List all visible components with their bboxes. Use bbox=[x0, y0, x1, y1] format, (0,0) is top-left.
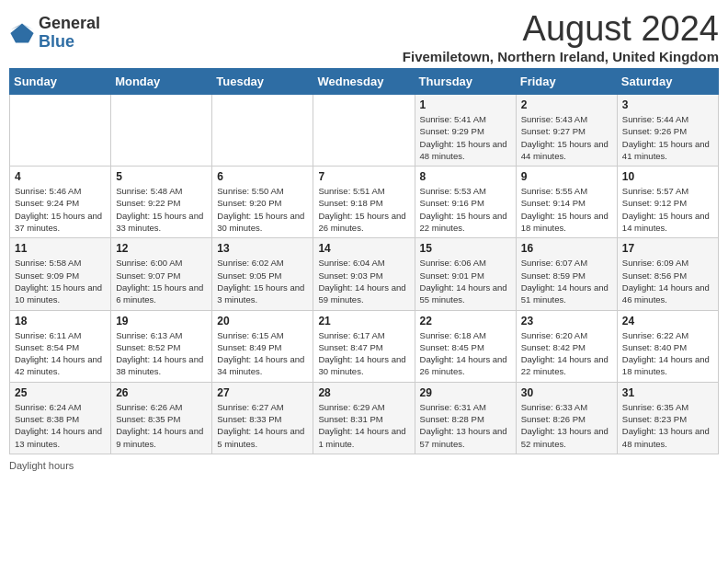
calendar-cell: 21Sunrise: 6:17 AM Sunset: 8:47 PM Dayli… bbox=[313, 310, 415, 382]
day-info: Sunrise: 6:17 AM Sunset: 8:47 PM Dayligh… bbox=[318, 329, 409, 378]
calendar-day-header: Thursday bbox=[415, 69, 516, 95]
calendar-cell: 25Sunrise: 6:24 AM Sunset: 8:38 PM Dayli… bbox=[10, 382, 111, 454]
calendar-day-header: Wednesday bbox=[313, 69, 415, 95]
day-number: 9 bbox=[521, 170, 612, 183]
calendar-week-row: 1Sunrise: 5:41 AM Sunset: 9:29 PM Daylig… bbox=[10, 95, 719, 167]
calendar-day-header: Monday bbox=[111, 69, 212, 95]
calendar-cell: 6Sunrise: 5:50 AM Sunset: 9:20 PM Daylig… bbox=[212, 167, 313, 238]
day-number: 21 bbox=[318, 315, 409, 327]
day-info: Sunrise: 6:11 AM Sunset: 8:54 PM Dayligh… bbox=[15, 329, 106, 378]
day-number: 18 bbox=[15, 315, 106, 327]
day-info: Sunrise: 6:04 AM Sunset: 9:03 PM Dayligh… bbox=[318, 257, 409, 305]
day-number: 22 bbox=[420, 315, 511, 327]
day-info: Sunrise: 6:35 AM Sunset: 8:23 PM Dayligh… bbox=[622, 401, 713, 450]
calendar-cell bbox=[212, 95, 313, 167]
subtitle: Fivemiletown, Northern Ireland, United K… bbox=[403, 49, 719, 64]
day-info: Sunrise: 5:41 AM Sunset: 9:29 PM Dayligh… bbox=[420, 113, 511, 162]
logo: General Blue bbox=[9, 15, 100, 52]
calendar-week-row: 4Sunrise: 5:46 AM Sunset: 9:24 PM Daylig… bbox=[10, 167, 719, 238]
calendar-cell: 13Sunrise: 6:02 AM Sunset: 9:05 PM Dayli… bbox=[212, 238, 313, 310]
day-info: Sunrise: 6:26 AM Sunset: 8:35 PM Dayligh… bbox=[116, 401, 207, 450]
day-info: Sunrise: 6:24 AM Sunset: 8:38 PM Dayligh… bbox=[15, 401, 106, 450]
day-info: Sunrise: 5:44 AM Sunset: 9:26 PM Dayligh… bbox=[622, 113, 713, 162]
day-info: Sunrise: 6:07 AM Sunset: 8:59 PM Dayligh… bbox=[521, 257, 612, 305]
calendar-cell: 5Sunrise: 5:48 AM Sunset: 9:22 PM Daylig… bbox=[111, 167, 212, 238]
calendar-cell: 27Sunrise: 6:27 AM Sunset: 8:33 PM Dayli… bbox=[212, 382, 313, 454]
day-info: Sunrise: 6:31 AM Sunset: 8:28 PM Dayligh… bbox=[420, 401, 511, 450]
logo-text: General Blue bbox=[39, 15, 100, 52]
day-info: Sunrise: 5:50 AM Sunset: 9:20 PM Dayligh… bbox=[217, 185, 308, 234]
calendar-cell: 7Sunrise: 5:51 AM Sunset: 9:18 PM Daylig… bbox=[313, 167, 415, 238]
day-number: 26 bbox=[116, 386, 207, 399]
calendar-cell: 12Sunrise: 6:00 AM Sunset: 9:07 PM Dayli… bbox=[111, 238, 212, 310]
day-number: 27 bbox=[217, 386, 308, 399]
calendar-cell: 3Sunrise: 5:44 AM Sunset: 9:26 PM Daylig… bbox=[617, 95, 718, 167]
day-number: 29 bbox=[420, 386, 511, 399]
day-info: Sunrise: 6:20 AM Sunset: 8:42 PM Dayligh… bbox=[521, 329, 612, 378]
calendar-header-row: SundayMondayTuesdayWednesdayThursdayFrid… bbox=[10, 69, 719, 95]
day-info: Sunrise: 5:48 AM Sunset: 9:22 PM Dayligh… bbox=[116, 185, 207, 234]
calendar-cell bbox=[111, 95, 212, 167]
day-number: 31 bbox=[622, 386, 713, 399]
day-info: Sunrise: 6:00 AM Sunset: 9:07 PM Dayligh… bbox=[116, 257, 207, 305]
calendar-cell: 4Sunrise: 5:46 AM Sunset: 9:24 PM Daylig… bbox=[10, 167, 111, 238]
calendar-week-row: 25Sunrise: 6:24 AM Sunset: 8:38 PM Dayli… bbox=[10, 382, 719, 454]
calendar-cell: 23Sunrise: 6:20 AM Sunset: 8:42 PM Dayli… bbox=[516, 310, 617, 382]
day-info: Sunrise: 6:29 AM Sunset: 8:31 PM Dayligh… bbox=[318, 401, 409, 450]
calendar-cell: 14Sunrise: 6:04 AM Sunset: 9:03 PM Dayli… bbox=[313, 238, 415, 310]
calendar-cell: 22Sunrise: 6:18 AM Sunset: 8:45 PM Dayli… bbox=[415, 310, 516, 382]
calendar-week-row: 18Sunrise: 6:11 AM Sunset: 8:54 PM Dayli… bbox=[10, 310, 719, 382]
calendar-cell: 26Sunrise: 6:26 AM Sunset: 8:35 PM Dayli… bbox=[111, 382, 212, 454]
calendar-cell: 20Sunrise: 6:15 AM Sunset: 8:49 PM Dayli… bbox=[212, 310, 313, 382]
calendar-cell bbox=[313, 95, 415, 167]
day-number: 23 bbox=[521, 315, 612, 327]
day-number: 25 bbox=[15, 386, 106, 399]
day-number: 24 bbox=[622, 315, 713, 327]
calendar-day-header: Friday bbox=[516, 69, 617, 95]
day-info: Sunrise: 5:43 AM Sunset: 9:27 PM Dayligh… bbox=[521, 113, 612, 162]
day-info: Sunrise: 5:55 AM Sunset: 9:14 PM Dayligh… bbox=[521, 185, 612, 234]
day-number: 11 bbox=[15, 242, 106, 255]
day-number: 28 bbox=[318, 386, 409, 399]
day-number: 2 bbox=[521, 98, 612, 111]
title-block: August 2024 Fivemiletown, Northern Irela… bbox=[403, 9, 719, 64]
logo-icon bbox=[9, 20, 35, 46]
day-number: 7 bbox=[318, 170, 409, 183]
calendar-cell: 24Sunrise: 6:22 AM Sunset: 8:40 PM Dayli… bbox=[617, 310, 718, 382]
calendar-cell: 16Sunrise: 6:07 AM Sunset: 8:59 PM Dayli… bbox=[516, 238, 617, 310]
day-number: 13 bbox=[217, 242, 308, 255]
calendar-cell: 2Sunrise: 5:43 AM Sunset: 9:27 PM Daylig… bbox=[516, 95, 617, 167]
calendar-cell bbox=[10, 95, 111, 167]
daylight-hours-label: Daylight hours bbox=[9, 460, 74, 471]
calendar-cell: 28Sunrise: 6:29 AM Sunset: 8:31 PM Dayli… bbox=[313, 382, 415, 454]
day-info: Sunrise: 6:06 AM Sunset: 9:01 PM Dayligh… bbox=[420, 257, 511, 305]
calendar-cell: 10Sunrise: 5:57 AM Sunset: 9:12 PM Dayli… bbox=[617, 167, 718, 238]
day-info: Sunrise: 5:57 AM Sunset: 9:12 PM Dayligh… bbox=[622, 185, 713, 234]
calendar-cell: 17Sunrise: 6:09 AM Sunset: 8:56 PM Dayli… bbox=[617, 238, 718, 310]
day-info: Sunrise: 6:27 AM Sunset: 8:33 PM Dayligh… bbox=[217, 401, 308, 450]
page-header: General Blue August 2024 Fivemiletown, N… bbox=[9, 9, 719, 64]
day-number: 30 bbox=[521, 386, 612, 399]
svg-marker-0 bbox=[10, 23, 33, 42]
calendar-week-row: 11Sunrise: 5:58 AM Sunset: 9:09 PM Dayli… bbox=[10, 238, 719, 310]
calendar-cell: 1Sunrise: 5:41 AM Sunset: 9:29 PM Daylig… bbox=[415, 95, 516, 167]
calendar-day-header: Tuesday bbox=[212, 69, 313, 95]
day-number: 16 bbox=[521, 242, 612, 255]
day-number: 12 bbox=[116, 242, 207, 255]
day-number: 10 bbox=[622, 170, 713, 183]
calendar-cell: 11Sunrise: 5:58 AM Sunset: 9:09 PM Dayli… bbox=[10, 238, 111, 310]
day-info: Sunrise: 6:09 AM Sunset: 8:56 PM Dayligh… bbox=[622, 257, 713, 305]
day-number: 8 bbox=[420, 170, 511, 183]
day-number: 20 bbox=[217, 315, 308, 327]
day-info: Sunrise: 5:51 AM Sunset: 9:18 PM Dayligh… bbox=[318, 185, 409, 234]
day-info: Sunrise: 5:53 AM Sunset: 9:16 PM Dayligh… bbox=[420, 185, 511, 234]
day-number: 4 bbox=[15, 170, 106, 183]
day-number: 5 bbox=[116, 170, 207, 183]
day-number: 19 bbox=[116, 315, 207, 327]
calendar-cell: 15Sunrise: 6:06 AM Sunset: 9:01 PM Dayli… bbox=[415, 238, 516, 310]
calendar-cell: 18Sunrise: 6:11 AM Sunset: 8:54 PM Dayli… bbox=[10, 310, 111, 382]
day-info: Sunrise: 5:46 AM Sunset: 9:24 PM Dayligh… bbox=[15, 185, 106, 234]
calendar-cell: 8Sunrise: 5:53 AM Sunset: 9:16 PM Daylig… bbox=[415, 167, 516, 238]
calendar-day-header: Saturday bbox=[617, 69, 718, 95]
calendar-table: SundayMondayTuesdayWednesdayThursdayFrid… bbox=[9, 68, 719, 454]
